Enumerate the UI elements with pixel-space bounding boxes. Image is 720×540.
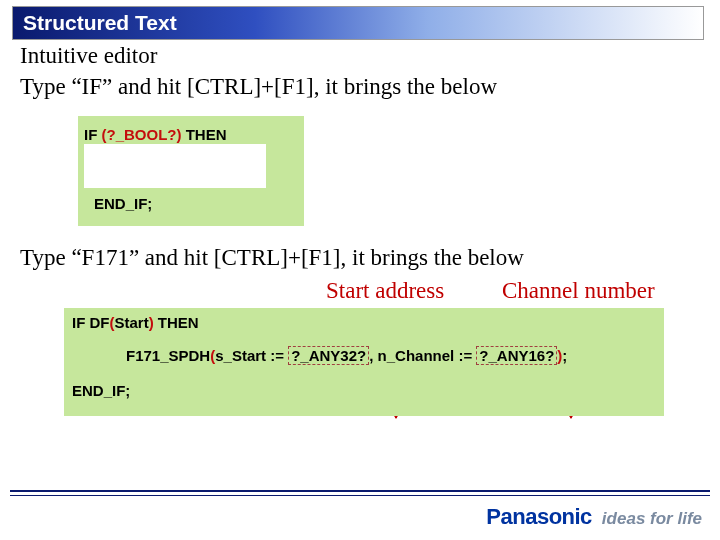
slide-title: Structured Text (23, 11, 177, 35)
annotations-row: Start address Channel number (0, 272, 720, 308)
kw-then: THEN (182, 126, 227, 143)
whitespace-mask (84, 144, 266, 188)
param-name: s_Start := (215, 347, 288, 364)
annotation-channel-number: Channel number (502, 278, 655, 304)
body-line-1: Intuitive editor (20, 42, 720, 71)
placeholder-bool: ?_BOOL? (107, 126, 177, 143)
footer-rule (10, 490, 710, 492)
code-line: IF DF(Start) THEN (72, 314, 656, 331)
separator: , (369, 347, 377, 364)
kw-if: IF (84, 126, 102, 143)
body-line-3: Type “F171” and hit [CTRL]+[F1], it brin… (20, 244, 720, 273)
code-snippet-if: IF (?_BOOL?) THEN END_IF; (78, 116, 304, 226)
brand-name: Panasonic (486, 504, 592, 530)
footer-rule-thin (10, 495, 710, 496)
kw-endif: END_IF; (72, 382, 656, 399)
annotation-start-address: Start address (326, 278, 444, 304)
arg-start: Start (115, 314, 149, 331)
param-name: n_Channel := (378, 347, 477, 364)
kw-if-df: IF DF (72, 314, 110, 331)
code-snippet-f171: IF DF(Start) THEN F171_SPDH(s_Start := ?… (64, 308, 664, 416)
kw-then: THEN (154, 314, 199, 331)
body-line-2: Type “IF” and hit [CTRL]+[F1], it brings… (20, 73, 720, 102)
code-line: IF (?_BOOL?) THEN (84, 126, 298, 143)
semicolon: ; (562, 347, 567, 364)
placeholder-any32: ?_ANY32? (288, 346, 369, 365)
slide-header: Structured Text (12, 6, 704, 40)
kw-endif: END_IF; (84, 195, 298, 212)
fn-name: F171_SPDH (126, 347, 210, 364)
brand-tagline: ideas for life (602, 509, 702, 529)
code-line: F171_SPDH(s_Start := ?_ANY32?, n_Channel… (72, 347, 656, 364)
placeholder-any16: ?_ANY16? (476, 346, 557, 365)
footer-logo: Panasonic ideas for life (486, 504, 702, 530)
